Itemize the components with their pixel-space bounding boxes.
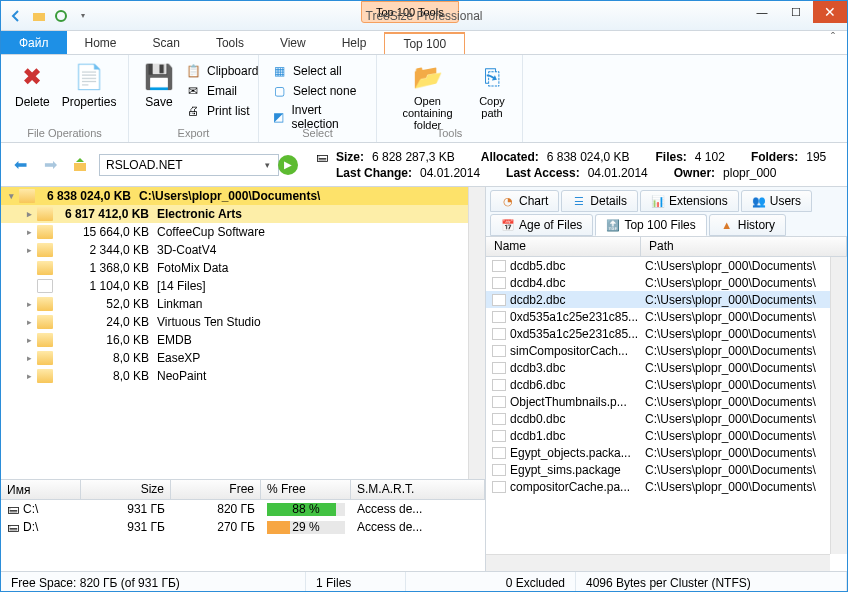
- tree-row[interactable]: ▸24,0 KBVirtuous Ten Studio: [1, 313, 468, 331]
- file-row[interactable]: dcdb2.dbcC:\Users\plopr_000\Documents\: [486, 291, 830, 308]
- close-button[interactable]: ✕: [813, 1, 847, 23]
- tab-tools[interactable]: Tools: [198, 31, 262, 54]
- drive-row[interactable]: 🖴C:\931 ГБ820 ГБ88 %Access de...: [1, 500, 485, 518]
- properties-button[interactable]: 📄Properties: [56, 59, 123, 111]
- tree-row[interactable]: 1 368,0 KBFotoMix Data: [1, 259, 468, 277]
- go-button[interactable]: ▶: [278, 155, 298, 175]
- expand-icon[interactable]: ▸: [23, 371, 35, 381]
- qat-refresh-icon[interactable]: [53, 8, 69, 24]
- filelist-vscrollbar[interactable]: [830, 257, 847, 554]
- drv-hdr-smart[interactable]: S.M.A.R.T.: [351, 480, 485, 499]
- tree-row[interactable]: ▸15 664,0 KBCoffeeCup Software: [1, 223, 468, 241]
- file-icon: [492, 260, 506, 272]
- tab-help[interactable]: Help: [324, 31, 385, 54]
- qat-dropdown-icon[interactable]: ▾: [75, 8, 91, 24]
- tab-history[interactable]: ▲History: [709, 214, 786, 236]
- drv-hdr-name[interactable]: Имя: [1, 480, 81, 499]
- drv-hdr-size[interactable]: Size: [81, 480, 171, 499]
- expand-icon[interactable]: ▸: [23, 245, 35, 255]
- selectnone-button[interactable]: ▢Select none: [267, 81, 368, 101]
- svg-point-1: [56, 11, 66, 21]
- minimize-button[interactable]: —: [745, 1, 779, 23]
- tree-row[interactable]: ▸6 817 412,0 KBElectronic Arts: [1, 205, 468, 223]
- tab-view[interactable]: View: [262, 31, 324, 54]
- file-row[interactable]: 0xd535a1c25e231c85...C:\Users\plopr_000\…: [486, 325, 830, 342]
- expand-icon[interactable]: ▾: [5, 191, 17, 201]
- ribbon: ✖Delete 📄Properties File Operations 💾Sav…: [1, 55, 847, 143]
- tree-row[interactable]: ▸16,0 KBEMDB: [1, 331, 468, 349]
- file-row[interactable]: dcdb0.dbcC:\Users\plopr_000\Documents\: [486, 410, 830, 427]
- folder-icon: [19, 189, 35, 203]
- nav-forward-icon[interactable]: ➡: [39, 154, 61, 176]
- file-row[interactable]: dcdb6.dbcC:\Users\plopr_000\Documents\: [486, 376, 830, 393]
- delete-button[interactable]: ✖Delete: [9, 59, 56, 111]
- drv-hdr-pfree[interactable]: % Free: [261, 480, 351, 499]
- nav-up-icon[interactable]: [69, 154, 91, 176]
- tab-chart[interactable]: ◔Chart: [490, 190, 559, 212]
- selectall-button[interactable]: ▦Select all: [267, 61, 368, 81]
- save-button[interactable]: 💾Save: [137, 59, 181, 121]
- history-icon: ▲: [720, 218, 734, 232]
- nav-back-icon[interactable]: ⬅: [9, 154, 31, 176]
- status-bar: Free Space: 820 ГБ (of 931 ГБ) 1 Files 0…: [1, 571, 847, 592]
- maximize-button[interactable]: ☐: [779, 1, 813, 23]
- fl-hdr-name[interactable]: Name: [486, 237, 641, 256]
- tree-row[interactable]: ▸52,0 KBLinkman: [1, 295, 468, 313]
- tree-scrollbar[interactable]: [468, 187, 485, 479]
- qat-folder-icon[interactable]: [31, 8, 47, 24]
- clipboard-button[interactable]: 📋Clipboard: [181, 61, 262, 81]
- file-row[interactable]: ObjectThumbnails.p...C:\Users\plopr_000\…: [486, 393, 830, 410]
- tab-home[interactable]: Home: [67, 31, 135, 54]
- tab-top100[interactable]: Top 100: [384, 32, 465, 54]
- copypath-button[interactable]: ⎘Copy path: [470, 59, 514, 133]
- tab-scan[interactable]: Scan: [135, 31, 198, 54]
- file-icon: [492, 362, 506, 374]
- file-row[interactable]: dcdb3.dbcC:\Users\plopr_000\Documents\: [486, 359, 830, 376]
- file-row[interactable]: dcdb4.dbcC:\Users\plopr_000\Documents\: [486, 274, 830, 291]
- tab-extensions[interactable]: 📊Extensions: [640, 190, 739, 212]
- tree-row[interactable]: ▸8,0 KBEaseXP: [1, 349, 468, 367]
- tab-details[interactable]: ☰Details: [561, 190, 638, 212]
- qat-back-icon[interactable]: [9, 8, 25, 24]
- tree-row[interactable]: ▸8,0 KBNeoPaint: [1, 367, 468, 385]
- file-row[interactable]: dcdb5.dbcC:\Users\plopr_000\Documents\: [486, 257, 830, 274]
- address-input[interactable]: [99, 154, 279, 176]
- file-icon: [492, 447, 506, 459]
- expand-icon[interactable]: ▸: [23, 335, 35, 345]
- email-button[interactable]: ✉Email: [181, 81, 262, 101]
- drive-row[interactable]: 🖴D:\931 ГБ270 ГБ29 %Access de...: [1, 518, 485, 536]
- tree-row[interactable]: ▸2 344,0 KB3D-CoatV4: [1, 241, 468, 259]
- email-icon: ✉: [185, 83, 201, 99]
- tab-users[interactable]: 👥Users: [741, 190, 812, 212]
- printlist-button[interactable]: 🖨Print list: [181, 101, 262, 121]
- tree-row[interactable]: ▾6 838 024,0 KBC:\Users\plopr_000\Docume…: [1, 187, 468, 205]
- expand-icon[interactable]: ▸: [23, 317, 35, 327]
- expand-icon[interactable]: ▸: [23, 353, 35, 363]
- top100-icon: 🔝: [606, 218, 620, 232]
- selectall-icon: ▦: [271, 63, 287, 79]
- file-icon: [492, 311, 506, 323]
- file-row[interactable]: simCompositorCach...C:\Users\plopr_000\D…: [486, 342, 830, 359]
- file-row[interactable]: dcdb1.dbcC:\Users\plopr_000\Documents\: [486, 427, 830, 444]
- filelist-hscrollbar[interactable]: [486, 554, 830, 571]
- address-dropdown-icon[interactable]: ▾: [265, 160, 270, 170]
- file-row[interactable]: 0xd535a1c25e231c85...C:\Users\plopr_000\…: [486, 308, 830, 325]
- file-row[interactable]: Egypt_objects.packa...C:\Users\plopr_000…: [486, 444, 830, 461]
- tree-row[interactable]: 1 104,0 KB[14 Files]: [1, 277, 468, 295]
- file-list[interactable]: Name Path dcdb5.dbcC:\Users\plopr_000\Do…: [486, 236, 847, 571]
- file-row[interactable]: Egypt_sims.packageC:\Users\plopr_000\Doc…: [486, 461, 830, 478]
- file-icon: [492, 464, 506, 476]
- expand-icon[interactable]: ▸: [23, 209, 35, 219]
- openfolder-button[interactable]: 📂Open containing folder: [385, 59, 470, 133]
- ribbon-collapse-icon[interactable]: ˆ: [819, 31, 847, 54]
- tab-top100files[interactable]: 🔝Top 100 Files: [595, 214, 706, 236]
- file-row[interactable]: compositorCache.pa...C:\Users\plopr_000\…: [486, 478, 830, 495]
- tab-age[interactable]: 📅Age of Files: [490, 214, 593, 236]
- tab-file[interactable]: Файл: [1, 31, 67, 54]
- expand-icon[interactable]: ▸: [23, 299, 35, 309]
- folder-tree[interactable]: ▾6 838 024,0 KBC:\Users\plopr_000\Docume…: [1, 187, 485, 479]
- fl-hdr-path[interactable]: Path: [641, 237, 847, 256]
- folder-open-icon: 📂: [412, 61, 444, 93]
- expand-icon[interactable]: ▸: [23, 227, 35, 237]
- drv-hdr-free[interactable]: Free: [171, 480, 261, 499]
